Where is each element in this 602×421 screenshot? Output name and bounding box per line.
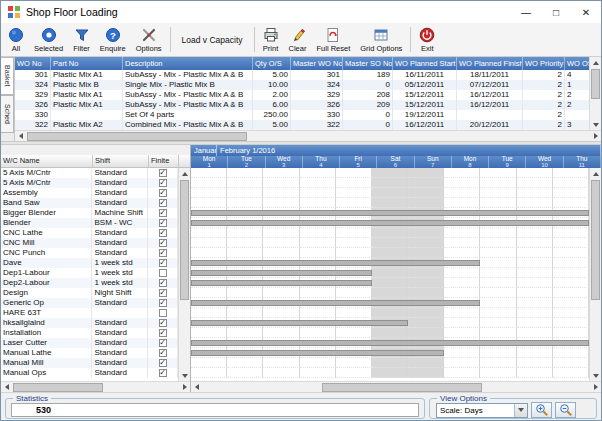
table-row[interactable]: Installation Standard (1, 328, 178, 338)
scale-select[interactable]: Scale: Days (436, 403, 528, 418)
wo-column-header[interactable]: WO No (15, 57, 51, 70)
scroll-up-button[interactable] (179, 168, 190, 179)
scrollbar-thumb[interactable] (591, 180, 600, 300)
finite-checkbox[interactable] (159, 349, 167, 357)
tab-basket[interactable]: Basket (1, 57, 14, 95)
wc-horizontal-scrollbar[interactable] (1, 381, 190, 392)
table-row[interactable]: 5 Axis M/Cntr Standard (1, 178, 178, 188)
tab-sched[interactable]: Sched (1, 95, 14, 133)
scrollbar-thumb[interactable] (591, 69, 600, 99)
table-row[interactable]: Dave 1 week std (1, 258, 178, 268)
wo-column-header[interactable]: WO OS P (565, 57, 589, 70)
scroll-left-button[interactable] (1, 382, 12, 393)
table-row[interactable]: Manual Mill Standard (1, 358, 178, 368)
table-row[interactable]: Band Saw Standard (1, 198, 178, 208)
close-button[interactable]: ✕ (571, 1, 601, 23)
exit-button[interactable]: Exit (414, 24, 440, 55)
wo-horizontal-scrollbar[interactable] (15, 130, 601, 141)
gantt-bar[interactable] (191, 280, 372, 286)
scroll-right-button[interactable] (179, 382, 190, 393)
table-row[interactable]: Laser Cutter Standard (1, 338, 178, 348)
finite-checkbox[interactable] (159, 309, 167, 317)
table-row[interactable]: Design Night Shift (1, 288, 178, 298)
scrollbar-thumb[interactable] (13, 383, 103, 392)
table-row[interactable]: CNC Lathe Standard (1, 228, 178, 238)
table-row[interactable]: Manual Ops Standard (1, 368, 178, 378)
gantt-bar[interactable] (191, 210, 589, 216)
finite-checkbox[interactable] (159, 269, 167, 277)
enquire-button[interactable]: ? Enquire (95, 24, 131, 55)
wo-column-header[interactable]: Master SO No (343, 57, 393, 70)
table-row[interactable]: 322 Plastic Mix A2 Combined Mix - Plasti… (15, 120, 589, 130)
column-header[interactable]: W/C Name (1, 155, 93, 167)
gantt-bar[interactable] (191, 270, 372, 276)
options-button[interactable]: Options (131, 24, 167, 55)
wo-column-header[interactable]: WO Planned Start (393, 57, 457, 70)
gantt-horizontal-scrollbar[interactable] (191, 381, 601, 392)
scroll-up-button[interactable] (590, 168, 601, 179)
finite-checkbox[interactable] (159, 249, 167, 257)
table-row[interactable]: Manual Lathe Standard (1, 348, 178, 358)
table-row[interactable]: CNC Punch Standard (1, 248, 178, 258)
finite-checkbox[interactable] (159, 339, 167, 347)
scroll-right-button[interactable] (590, 131, 601, 142)
titlebar[interactable]: Shop Floor Loading — □ ✕ (1, 1, 601, 23)
finite-checkbox[interactable] (159, 239, 167, 247)
table-row[interactable]: Assembly Standard (1, 188, 178, 198)
full-reset-button[interactable]: Full Reset (311, 24, 355, 55)
finite-checkbox[interactable] (159, 209, 167, 217)
table-row[interactable]: Dep1-Labour 1 week std (1, 268, 178, 278)
finite-checkbox[interactable] (159, 179, 167, 187)
gantt-bar[interactable] (191, 260, 480, 266)
wo-column-header[interactable]: Qty O/S (253, 57, 291, 70)
scroll-down-button[interactable] (179, 370, 190, 381)
scrollbar-thumb[interactable] (322, 383, 482, 392)
finite-checkbox[interactable] (159, 199, 167, 207)
finite-checkbox[interactable] (159, 299, 167, 307)
finite-checkbox[interactable] (159, 369, 167, 377)
load-v-capacity-button[interactable]: Load v Capacity (174, 24, 251, 55)
table-row[interactable]: Generic Op Standard (1, 298, 178, 308)
table-row[interactable]: 330 Set Of 4 parts 250.00 330 0 19/12/20… (15, 110, 589, 120)
wo-vertical-scrollbar[interactable] (589, 57, 601, 130)
finite-checkbox[interactable] (159, 359, 167, 367)
scroll-left-button[interactable] (15, 131, 26, 142)
selected-button[interactable]: Selected (29, 24, 68, 55)
table-row[interactable]: CNC Mill Standard (1, 238, 178, 248)
finite-checkbox[interactable] (159, 329, 167, 337)
column-header[interactable]: Shift (93, 155, 149, 167)
zoom-in-button[interactable] (531, 402, 552, 418)
table-row[interactable]: 301 Plastic Mix A1 SubAssy - Mix - Plast… (15, 70, 589, 80)
scroll-down-button[interactable] (590, 370, 601, 381)
scrollbar-thumb[interactable] (27, 132, 247, 141)
table-row[interactable]: Bigger Blender Machine Shift (1, 208, 178, 218)
finite-checkbox[interactable] (159, 279, 167, 287)
column-header[interactable]: Finite (149, 155, 179, 167)
table-row[interactable]: Dep2-Labour 1 week std (1, 278, 178, 288)
gantt-vertical-scrollbar[interactable] (589, 168, 601, 381)
finite-checkbox[interactable] (159, 229, 167, 237)
wo-column-header[interactable]: Description (123, 57, 253, 70)
table-row[interactable]: hksallglalnd Standard (1, 318, 178, 328)
scroll-down-button[interactable] (590, 119, 601, 130)
gantt-bar[interactable] (191, 350, 444, 356)
table-row[interactable]: 326 Plastic Mix A1 SubAssy - Mix - Plast… (15, 100, 589, 110)
wo-column-header[interactable]: WO Planned Finish (457, 57, 523, 70)
table-row[interactable]: Blender BSM - WC (1, 218, 178, 228)
print-button[interactable]: Print (258, 24, 284, 55)
scroll-up-button[interactable] (590, 57, 601, 68)
finite-checkbox[interactable] (159, 289, 167, 297)
wo-column-header[interactable]: WO Priority (523, 57, 565, 70)
finite-checkbox[interactable] (159, 189, 167, 197)
scroll-left-button[interactable] (191, 382, 202, 393)
gantt-bar[interactable] (191, 320, 408, 326)
scroll-right-button[interactable] (590, 382, 601, 393)
clear-button[interactable]: Clear (284, 24, 312, 55)
finite-checkbox[interactable] (159, 169, 167, 177)
table-row[interactable]: 329 Plastic Mix A1 SubAssy - Mix - Plast… (15, 90, 589, 100)
table-row[interactable]: HARE 63T (1, 308, 178, 318)
gantt-bar[interactable] (191, 300, 480, 306)
minimize-button[interactable]: — (511, 1, 541, 23)
table-row[interactable]: 324 Plastic Mix B Single Mix - Plastic M… (15, 80, 589, 90)
finite-checkbox[interactable] (159, 259, 167, 267)
